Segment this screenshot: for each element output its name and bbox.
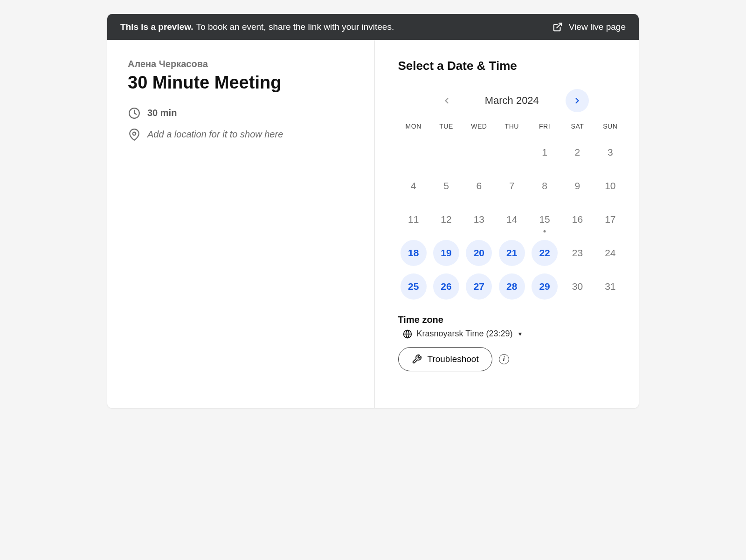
calendar-day-disabled: 31 — [595, 273, 626, 300]
calendar-day-disabled: 16 — [562, 205, 593, 233]
calendar-day-disabled: 5 — [431, 172, 462, 200]
globe-icon — [403, 329, 412, 339]
calendar-day-number: 25 — [401, 273, 427, 300]
calendar-day-number: 7 — [499, 173, 525, 199]
calendar-day-number: 22 — [532, 240, 558, 266]
calendar-day-disabled: 10 — [595, 172, 626, 200]
duration-row: 30 min — [128, 107, 356, 120]
calendar-day-number: 1 — [532, 139, 558, 165]
calendar-day-number: 3 — [597, 139, 623, 165]
calendar-day-number: 11 — [401, 206, 427, 232]
troubleshoot-button[interactable]: Troubleshoot — [398, 347, 492, 371]
calendar-day-number: 15 — [532, 206, 558, 232]
calendar-day-number: 30 — [564, 273, 590, 300]
month-header: March 2024 — [398, 89, 626, 112]
location-row: Add a location for it to show here — [128, 128, 356, 141]
weekday-header: SAT — [562, 123, 593, 133]
calendar-panel: Select a Date & Time March 2024 MONTUEWE… — [375, 40, 639, 408]
booking-card: This is a preview. To book an event, sha… — [107, 14, 639, 408]
svg-line-0 — [557, 23, 561, 28]
calendar-day-disabled: 24 — [595, 239, 626, 267]
calendar-day-disabled: 6 — [463, 172, 494, 200]
calendar-day-available[interactable]: 18 — [398, 239, 429, 267]
calendar-day-number: 21 — [499, 240, 525, 266]
today-indicator-dot — [544, 230, 546, 232]
calendar-day-available[interactable]: 25 — [398, 273, 429, 300]
calendar-day-number: 24 — [597, 240, 623, 266]
calendar-day-number: 17 — [597, 206, 623, 232]
calendar-day-available[interactable]: 20 — [463, 239, 494, 267]
calendar-day-available[interactable]: 19 — [431, 239, 462, 267]
timezone-value: Krasnoyarsk Time (23:29) — [417, 329, 513, 339]
calendar-day-disabled: 12 — [431, 205, 462, 233]
calendar-day-available[interactable]: 27 — [463, 273, 494, 300]
calendar-grid: MONTUEWEDTHUFRISATSUN1234567891011121314… — [398, 123, 626, 300]
calendar-day-available[interactable]: 29 — [529, 273, 560, 300]
calendar-day-disabled: 13 — [463, 205, 494, 233]
caret-down-icon: ▼ — [518, 331, 523, 337]
calendar-day-available[interactable]: 21 — [497, 239, 527, 267]
calendar-day-number: 28 — [499, 273, 525, 300]
calendar-empty-cell — [463, 138, 494, 166]
weekday-header: THU — [497, 123, 527, 133]
preview-rest: To book an event, share the link with yo… — [196, 22, 394, 32]
calendar-day-number: 6 — [466, 173, 492, 199]
chevron-right-icon — [573, 96, 582, 105]
select-date-title: Select a Date & Time — [398, 59, 626, 73]
chevron-left-icon — [442, 96, 451, 105]
calendar-day-number: 20 — [466, 240, 492, 266]
event-title: 30 Minute Meeting — [128, 72, 356, 94]
weekday-header: SUN — [595, 123, 626, 133]
calendar-day-disabled: 30 — [562, 273, 593, 300]
calendar-day-number: 29 — [532, 273, 558, 300]
calendar-day-disabled: 17 — [595, 205, 626, 233]
calendar-empty-cell — [431, 138, 462, 166]
timezone-selector[interactable]: Krasnoyarsk Time (23:29) ▼ — [403, 329, 626, 339]
calendar-day-disabled: 23 — [562, 239, 593, 267]
calendar-day-number: 18 — [401, 240, 427, 266]
calendar-day-disabled: 2 — [562, 138, 593, 166]
weekday-header: WED — [463, 123, 494, 133]
clock-icon — [128, 107, 141, 120]
calendar-day-available[interactable]: 22 — [529, 239, 560, 267]
weekday-header: FRI — [529, 123, 560, 133]
calendar-day-disabled: 9 — [562, 172, 593, 200]
preview-bold: This is a preview. — [120, 22, 193, 32]
calendar-day-number: 14 — [499, 206, 525, 232]
calendar-day-number: 13 — [466, 206, 492, 232]
host-name: Алена Черкасова — [128, 59, 356, 69]
info-icon[interactable]: i — [499, 354, 509, 364]
external-link-icon — [551, 20, 564, 34]
preview-bar: This is a preview. To book an event, sha… — [107, 14, 639, 40]
location-placeholder: Add a location for it to show here — [147, 129, 283, 140]
calendar-day-number: 26 — [433, 273, 459, 300]
calendar-day-number: 9 — [564, 173, 590, 199]
calendar-day-disabled: 14 — [497, 205, 527, 233]
timezone-label: Time zone — [398, 314, 626, 325]
location-pin-icon — [128, 128, 141, 141]
next-month-button[interactable] — [566, 89, 589, 112]
troubleshoot-row: Troubleshoot i — [398, 347, 626, 371]
calendar-day-number: 31 — [597, 273, 623, 300]
calendar-day-disabled: 8 — [529, 172, 560, 200]
weekday-header: MON — [398, 123, 429, 133]
calendar-day-number: 2 — [564, 139, 590, 165]
calendar-day-disabled: 4 — [398, 172, 429, 200]
calendar-day-number: 8 — [532, 173, 558, 199]
prev-month-button[interactable] — [435, 89, 458, 112]
card-body: Алена Черкасова 30 Minute Meeting 30 min… — [107, 40, 639, 408]
preview-text: This is a preview. To book an event, sha… — [120, 22, 394, 32]
calendar-empty-cell — [398, 138, 429, 166]
calendar-empty-cell — [497, 138, 527, 166]
calendar-day-available[interactable]: 26 — [431, 273, 462, 300]
calendar-day-number: 4 — [401, 173, 427, 199]
wrench-icon — [412, 354, 422, 364]
calendar-day-number: 16 — [564, 206, 590, 232]
calendar-day-available[interactable]: 28 — [497, 273, 527, 300]
view-live-label: View live page — [569, 22, 626, 32]
svg-point-2 — [133, 132, 136, 135]
calendar-day-number: 5 — [433, 173, 459, 199]
calendar-day-number: 12 — [433, 206, 459, 232]
calendar-day-number: 27 — [466, 273, 492, 300]
view-live-link[interactable]: View live page — [551, 20, 626, 34]
